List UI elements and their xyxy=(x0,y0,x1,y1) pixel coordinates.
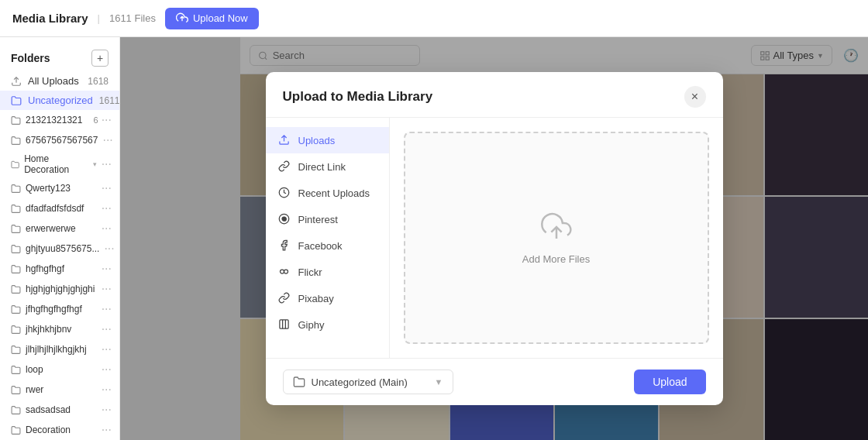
folder-menu-icon[interactable]: ··· xyxy=(102,363,112,376)
folder-icon xyxy=(11,224,21,234)
pixabay-icon xyxy=(278,292,291,304)
folder-icon xyxy=(11,405,21,415)
modal-menu-item-uploads[interactable]: Uploads xyxy=(266,127,389,153)
folder-icon xyxy=(11,385,21,395)
upload-cloud-icon xyxy=(176,12,188,25)
folder-menu-icon[interactable]: ··· xyxy=(102,342,112,356)
modal-menu-item-giphy[interactable]: Giphy xyxy=(266,311,389,338)
upload-button[interactable]: Upload xyxy=(634,370,705,394)
modal-left-menu: Uploads Direct Link Recent Uploads Pinte… xyxy=(266,118,390,358)
sidebar-folder-row[interactable]: 67567567567567 ··· xyxy=(0,130,119,150)
modal-menu-item-recent_uploads[interactable]: Recent Uploads xyxy=(266,180,389,206)
sidebar-folder-row[interactable]: dfadfadfsfdsdf ··· xyxy=(0,198,119,218)
folder-menu-icon[interactable]: ··· xyxy=(102,222,112,235)
sidebar-folder-row[interactable]: rwer ··· xyxy=(0,380,119,400)
sidebar-item-all-uploads[interactable]: All Uploads 1618 xyxy=(0,71,119,91)
modal-menu-item-pinterest[interactable]: Pinterest xyxy=(266,206,389,232)
folder-name: sadsadsad xyxy=(26,404,71,415)
sidebar-folder-row[interactable]: Qwerty123 ··· xyxy=(0,178,119,198)
modal-header: Upload to Media Library × xyxy=(266,72,723,118)
svg-point-10 xyxy=(284,270,288,273)
folder-name: loop xyxy=(26,364,43,375)
sidebar-folder-row[interactable]: 21321321321 6 ··· xyxy=(0,110,119,130)
folder-icon xyxy=(11,204,21,214)
sidebar: Folders + All Uploads 1618 Uncategorized… xyxy=(0,37,120,440)
uncategorized-count: 1611 xyxy=(99,95,120,106)
folder-icon xyxy=(11,284,21,294)
add-folder-button[interactable]: + xyxy=(91,50,108,67)
folder-menu-icon[interactable]: ··· xyxy=(102,322,112,336)
modal-close-button[interactable]: × xyxy=(684,86,706,108)
svg-rect-11 xyxy=(279,320,288,328)
folder-menu-icon[interactable]: ··· xyxy=(102,181,112,195)
modal-menu-item-direct_link[interactable]: Direct Link xyxy=(266,153,389,180)
folder-menu-icon[interactable]: ··· xyxy=(102,133,112,147)
upload-drop-area[interactable]: Add More Files xyxy=(404,132,709,344)
modal-menu-item-flickr[interactable]: Flickr xyxy=(266,259,389,285)
sidebar-folder-row[interactable]: hjghjghjghjghjghi ··· xyxy=(0,279,119,299)
direct_link-label: Direct Link xyxy=(298,161,346,173)
sidebar-item-uncategorized[interactable]: Uncategorized 1611 xyxy=(0,91,119,110)
sidebar-header: Folders + xyxy=(0,43,119,71)
sidebar-folder-row[interactable]: Home Decoration ▾ ··· xyxy=(0,150,119,178)
folder-name: hgfhgfhgf xyxy=(26,263,64,274)
folder-icon xyxy=(11,244,21,254)
modal-title: Upload to Media Library xyxy=(283,89,433,105)
modal-body: Uploads Direct Link Recent Uploads Pinte… xyxy=(266,118,723,358)
folder-icon xyxy=(11,115,21,125)
folder-menu-icon[interactable]: ··· xyxy=(102,113,112,127)
recent_uploads-label: Recent Uploads xyxy=(298,187,370,199)
sidebar-folder-row[interactable]: sadsadsad ··· xyxy=(0,400,119,420)
pinterest-label: Pinterest xyxy=(298,214,338,225)
uploads-icon xyxy=(278,134,291,146)
modal-menu-list: Uploads Direct Link Recent Uploads Pinte… xyxy=(266,127,389,338)
folder-menu-icon[interactable]: ··· xyxy=(102,403,112,417)
modal-footer: Uncategorized (Main) ▼ Upload xyxy=(266,358,723,405)
folder-name: 21321321321 xyxy=(26,115,82,125)
sidebar-title: Folders xyxy=(11,52,50,64)
recent_uploads-icon xyxy=(278,187,291,199)
modal-menu-item-pixabay[interactable]: Pixabay xyxy=(266,285,389,311)
svg-point-9 xyxy=(280,270,284,273)
giphy-icon xyxy=(278,318,291,331)
sidebar-folder-row[interactable]: hgfhgfhgf ··· xyxy=(0,259,119,279)
upload-cloud-icon xyxy=(541,211,572,246)
top-header: Media Library | 1611 Files Upload Now xyxy=(0,0,868,37)
flickr-icon xyxy=(278,266,291,278)
sidebar-folder-row[interactable]: jhkjhkhjbnv ··· xyxy=(0,319,119,339)
folder-icon xyxy=(11,184,21,194)
sidebar-folder-row[interactable]: erwerwerwe ··· xyxy=(0,218,119,239)
folder-name: ghjtyuu8575675... xyxy=(26,243,99,254)
modal-menu-item-facebook[interactable]: Facebook xyxy=(266,232,389,259)
folder-menu-icon[interactable]: ··· xyxy=(102,282,112,296)
facebook-icon xyxy=(278,239,291,252)
folder-menu-icon[interactable]: ··· xyxy=(102,423,112,437)
folder-name: erwerwerwe xyxy=(26,223,76,234)
folder-menu-icon[interactable]: ··· xyxy=(102,302,112,316)
sidebar-folder-row[interactable]: Decoration ··· xyxy=(0,420,119,440)
folder-icon xyxy=(11,425,21,435)
upload-modal: Upload to Media Library × Uploads Direct… xyxy=(266,72,723,405)
folder-icon xyxy=(11,264,21,274)
folder-menu-icon[interactable]: ··· xyxy=(102,201,112,215)
upload-now-button[interactable]: Upload Now xyxy=(165,8,259,29)
folder-menu-icon[interactable]: ··· xyxy=(102,262,112,276)
folder-menu-icon[interactable]: ··· xyxy=(102,383,112,397)
folder-select-arrow: ▼ xyxy=(435,377,443,387)
direct_link-icon xyxy=(278,160,291,173)
folder-menu-icon[interactable]: ··· xyxy=(104,242,114,256)
folder-list: 21321321321 6 ··· 67567567567567 ··· Hom… xyxy=(0,110,119,440)
folder-select[interactable]: Uncategorized (Main) ▼ xyxy=(283,370,453,394)
folder-icon-uncategorized xyxy=(11,95,22,106)
sidebar-folder-row[interactable]: loop ··· xyxy=(0,359,119,380)
folder-icon xyxy=(11,325,21,335)
folder-name: rwer xyxy=(26,384,43,395)
folder-name: 67567567567567 xyxy=(26,135,98,146)
folder-menu-icon[interactable]: ··· xyxy=(102,157,112,171)
all-uploads-label: All Uploads xyxy=(28,75,79,87)
sidebar-folder-row[interactable]: jlhjlhjlhjlkhgjkhj ··· xyxy=(0,339,119,359)
uploads-label: Uploads xyxy=(298,135,336,146)
sidebar-folder-row[interactable]: jfhgfhgfhgfhgf ··· xyxy=(0,299,119,319)
page-title: Media Library xyxy=(12,12,88,25)
sidebar-folder-row[interactable]: ghjtyuu8575675... ··· xyxy=(0,239,119,259)
